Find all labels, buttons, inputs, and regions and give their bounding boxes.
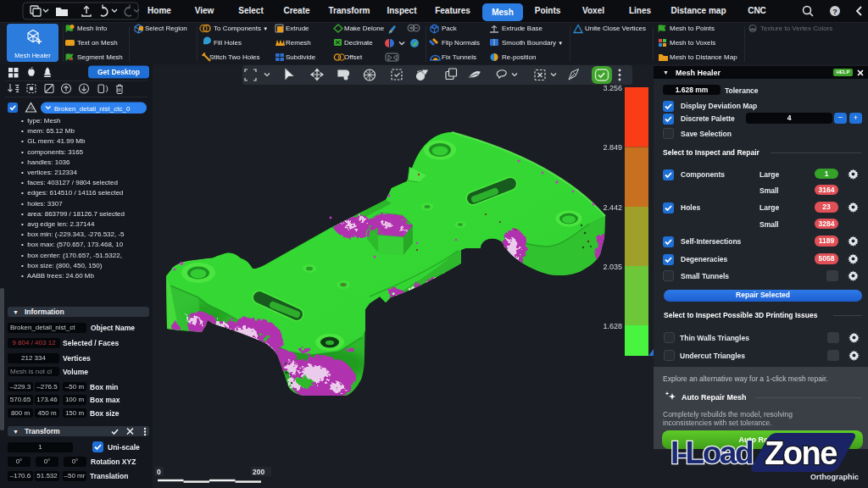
svg-text:I-Load: I-Load xyxy=(670,435,753,470)
svg-text:200: 200 xyxy=(253,468,264,476)
svg-text:Get Desktop: Get Desktop xyxy=(97,68,140,76)
svg-text:2.035: 2.035 xyxy=(603,263,622,271)
svg-text:1.628: 1.628 xyxy=(603,322,622,330)
svg-text:2.849: 2.849 xyxy=(603,143,622,152)
svg-text:?: ? xyxy=(832,8,837,16)
svg-text:Zone: Zone xyxy=(765,435,837,471)
svg-text:3.256: 3.256 xyxy=(603,84,622,92)
svg-text:0: 0 xyxy=(157,468,161,476)
svg-text:Broken_detail_nist_ctc_0: Broken_detail_nist_ctc_0 xyxy=(54,105,131,113)
svg-text:2.442: 2.442 xyxy=(603,203,622,212)
